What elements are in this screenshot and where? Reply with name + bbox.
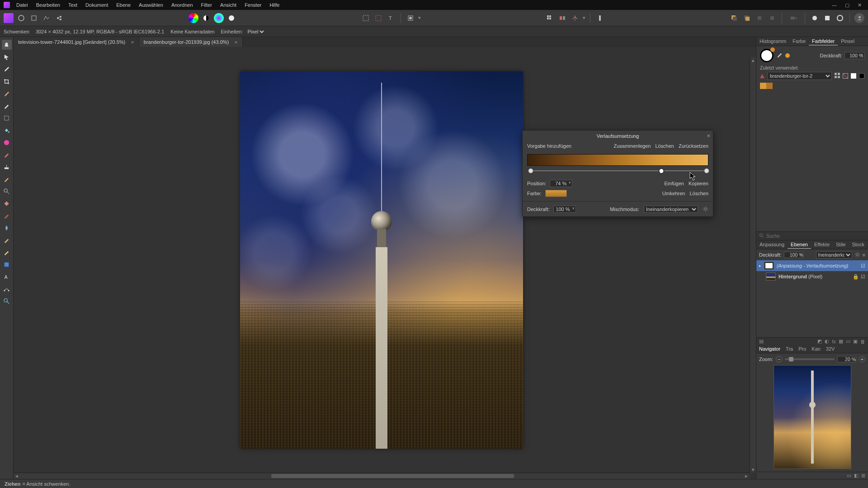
align-dropdown-icon[interactable]: ▾ bbox=[787, 13, 800, 23]
swatch-none-icon[interactable] bbox=[843, 73, 848, 79]
account-avatar[interactable] bbox=[854, 13, 864, 23]
units-select[interactable]: Pixel bbox=[245, 28, 265, 35]
eyedropper-icon[interactable] bbox=[776, 52, 783, 59]
position-input[interactable] bbox=[550, 180, 572, 187]
gear-icon[interactable] bbox=[854, 252, 860, 258]
nav-mode-2-icon[interactable]: ◧ bbox=[854, 473, 859, 479]
visibility-checkbox[interactable]: ☑ bbox=[861, 274, 865, 280]
invert-button[interactable]: Umkehren bbox=[662, 191, 685, 196]
pan-tool[interactable] bbox=[2, 40, 12, 50]
menu-layer[interactable]: Ebene bbox=[116, 2, 131, 8]
tab-navigator[interactable]: Navigator bbox=[756, 345, 783, 353]
dialog-opacity-input[interactable] bbox=[553, 206, 576, 213]
layers-stack-icon[interactable]: ▤ bbox=[759, 338, 764, 344]
mirror-dropdown[interactable]: ▾ bbox=[583, 15, 585, 21]
close-icon[interactable]: × bbox=[707, 132, 710, 139]
swatch-black-icon[interactable] bbox=[859, 73, 864, 79]
marquee-tool[interactable] bbox=[2, 113, 12, 123]
scroll-down-icon[interactable]: ▾ bbox=[750, 466, 756, 473]
white-balance-icon[interactable] bbox=[226, 13, 236, 23]
mirror-icon[interactable] bbox=[570, 13, 580, 23]
insert-button[interactable]: Einfügen bbox=[665, 181, 684, 186]
gradient-stop[interactable] bbox=[528, 168, 533, 174]
paint-brush-tool[interactable] bbox=[2, 89, 12, 99]
window-maximize[interactable]: ▢ bbox=[845, 2, 849, 8]
gear-icon[interactable] bbox=[703, 206, 708, 213]
selection-new-icon[interactable] bbox=[361, 13, 371, 23]
zoom-input[interactable] bbox=[837, 356, 856, 362]
snap-2-icon[interactable] bbox=[822, 13, 832, 23]
liquify-persona-button[interactable] bbox=[16, 13, 26, 23]
menu-window[interactable]: Fenster bbox=[245, 2, 261, 8]
layer-blend-select[interactable]: Ineinanderkopieren bbox=[816, 251, 852, 258]
menu-text[interactable]: Text bbox=[68, 2, 77, 8]
swatch-preset-select[interactable]: brandenburger-tor-2 bbox=[767, 72, 832, 80]
swatch-grid-icon[interactable] bbox=[835, 73, 840, 79]
menu-file[interactable]: Datei bbox=[16, 2, 28, 8]
horizontal-scrollbar[interactable]: ◂ ▸ bbox=[14, 473, 750, 479]
delete-button[interactable]: Löschen bbox=[655, 143, 674, 149]
arrange-3-icon[interactable] bbox=[755, 13, 764, 23]
sponge-tool[interactable] bbox=[2, 235, 12, 245]
adjustment-icon[interactable]: ◐ bbox=[825, 338, 829, 344]
add-layer-icon[interactable]: ▣ bbox=[853, 338, 858, 344]
tab-histogram[interactable]: Histogramm bbox=[756, 37, 789, 46]
snap-1-icon[interactable] bbox=[810, 13, 820, 23]
photo-persona-button[interactable] bbox=[4, 13, 14, 23]
gradient-stop[interactable] bbox=[704, 168, 709, 174]
vector-tool[interactable] bbox=[2, 284, 12, 294]
tab-transform[interactable]: Tra bbox=[783, 345, 796, 353]
tab-color[interactable]: Farbe bbox=[789, 37, 809, 46]
delete-layer-icon[interactable]: 🗑 bbox=[860, 339, 865, 344]
swatch-white-icon[interactable] bbox=[851, 73, 856, 79]
blend-mode-select[interactable]: Ineinanderkopieren bbox=[644, 206, 698, 213]
scroll-left-icon[interactable]: ◂ bbox=[14, 473, 20, 479]
zoom-slider[interactable] bbox=[785, 358, 835, 360]
gradient-track[interactable] bbox=[527, 168, 708, 174]
pencil-tool[interactable] bbox=[2, 101, 12, 111]
smudge-tool[interactable] bbox=[2, 247, 12, 257]
disclosure-icon[interactable]: ▸ bbox=[759, 263, 761, 268]
color-picker-tool[interactable] bbox=[2, 64, 12, 74]
color-well[interactable] bbox=[545, 190, 567, 197]
gradient-tool[interactable] bbox=[2, 137, 12, 147]
bw-adjust-icon[interactable] bbox=[201, 13, 211, 23]
search-input[interactable] bbox=[766, 233, 865, 239]
snap-3-icon[interactable] bbox=[835, 13, 845, 23]
navigator-thumbnail[interactable] bbox=[774, 365, 851, 469]
move-tool[interactable] bbox=[2, 52, 12, 62]
zoom-in-button[interactable]: + bbox=[859, 356, 865, 362]
tab-stock[interactable]: Stock bbox=[849, 240, 868, 249]
quickmask-icon[interactable] bbox=[406, 13, 415, 23]
split-left-icon[interactable] bbox=[557, 13, 567, 23]
layer-row-adjustment[interactable]: ▸ (Anpassung - Verlaufsumsetzung) ☑ bbox=[756, 260, 868, 271]
swap-color-icon[interactable] bbox=[785, 53, 790, 58]
tone-map-persona-button[interactable] bbox=[42, 13, 52, 23]
dialog-title-bar[interactable]: Verlaufsumsetzung × bbox=[523, 131, 713, 141]
blur-tool[interactable] bbox=[2, 223, 12, 233]
zoom-out-button[interactable]: − bbox=[776, 356, 782, 362]
layer-row-background[interactable]: Hintergrund (Pixel) 🔒☑ bbox=[756, 271, 868, 282]
info-icon[interactable] bbox=[595, 13, 605, 23]
group-icon[interactable]: ▭ bbox=[846, 338, 850, 344]
menu-view[interactable]: Ansicht bbox=[220, 2, 236, 8]
fx-icon[interactable]: fx bbox=[832, 339, 836, 344]
vertical-scrollbar[interactable]: ▴ ▾ bbox=[750, 57, 756, 473]
visibility-checkbox[interactable]: ☑ bbox=[861, 263, 865, 269]
menu-filter[interactable]: Filter bbox=[201, 2, 212, 8]
gradient-stop-selected[interactable] bbox=[658, 168, 664, 174]
flood-fill-tool[interactable] bbox=[2, 125, 12, 135]
scroll-up-icon[interactable]: ▴ bbox=[750, 57, 756, 63]
foreground-background-color[interactable] bbox=[760, 49, 774, 62]
selection-text-icon[interactable]: T bbox=[386, 13, 396, 23]
close-icon[interactable]: × bbox=[234, 39, 238, 46]
window-close[interactable]: ✕ bbox=[858, 2, 862, 8]
tab-adjustment[interactable]: Anpassung bbox=[756, 240, 788, 249]
nav-mode-3-icon[interactable]: ⊞ bbox=[861, 473, 865, 479]
merge-button[interactable]: Zusammenlegen bbox=[613, 143, 651, 149]
arrange-front-icon[interactable] bbox=[742, 13, 752, 23]
inpaint-tool[interactable] bbox=[2, 174, 12, 184]
arrange-4-icon[interactable] bbox=[767, 13, 777, 23]
tab-swatches[interactable]: Farbfelder bbox=[809, 37, 838, 46]
swatch-chip[interactable] bbox=[760, 83, 766, 89]
